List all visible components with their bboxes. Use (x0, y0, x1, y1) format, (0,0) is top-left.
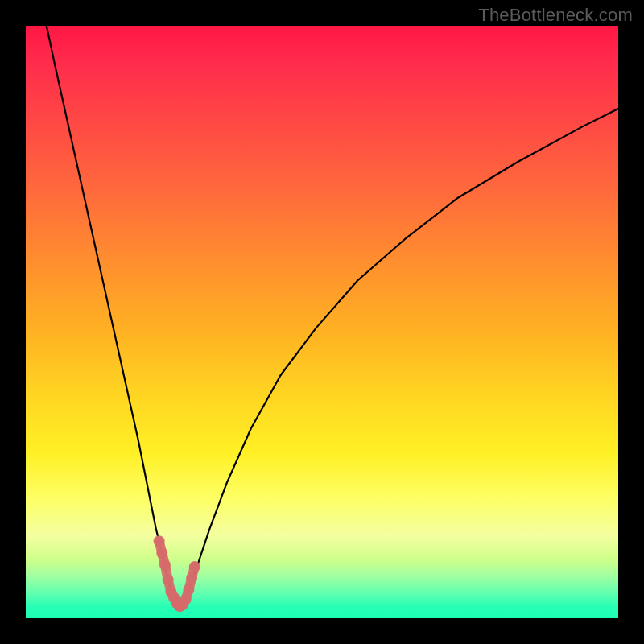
curve-layer (47, 26, 618, 606)
plot-area (26, 26, 618, 618)
marker-dot (156, 547, 167, 559)
chart-svg (26, 26, 618, 618)
marker-layer (154, 535, 200, 612)
chart-frame: TheBottleneck.com (0, 0, 644, 644)
marker-dot (183, 584, 194, 596)
marker-dot (189, 561, 200, 572)
marker-dot (159, 559, 171, 571)
bottleneck-curve (47, 26, 618, 606)
marker-dot (163, 574, 174, 585)
marker-dot (154, 535, 165, 547)
attribution-label: TheBottleneck.com (478, 5, 633, 26)
marker-dot (186, 572, 197, 584)
